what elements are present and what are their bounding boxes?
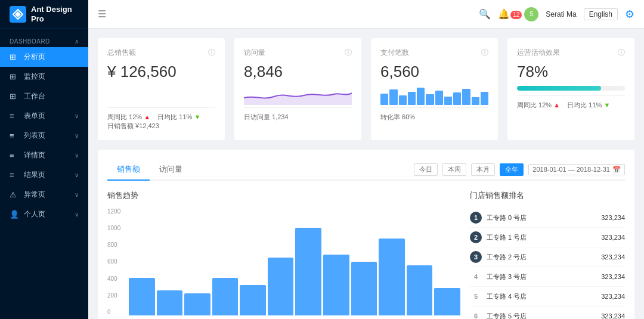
rank-value-6: 323,234 [601, 312, 625, 319]
profile-label: 个人页 [24, 209, 75, 219]
user-name[interactable]: Serati Ma [546, 10, 576, 18]
total-sales-sparkline [107, 86, 215, 105]
rank-name-5: 工专路 4 号店 [487, 292, 601, 301]
y-axis: 1200 1000 800 600 400 200 0 [107, 208, 120, 315]
activity-footer: 周同比 12% ▲ 日均比 11% ▼ [517, 95, 625, 110]
rank-value-2: 323,234 [601, 234, 625, 241]
rank-num-3: 3 [470, 251, 482, 263]
bar-10月 [379, 239, 405, 315]
header: ☰ 🔍 🔔 12 S Serati Ma English ⚙ [88, 0, 644, 29]
bar-12月 [434, 288, 460, 316]
ranking-item-5: 5工专路 4 号店323,234 [470, 287, 625, 306]
forms-label: 表单页 [24, 111, 75, 121]
sidebar-item-monitor[interactable]: ⊞ 监控页 [0, 67, 88, 86]
logo-icon [10, 6, 26, 23]
group-label: Dashboard [10, 38, 50, 45]
lists-label: 列表页 [24, 131, 75, 141]
profile-icon: 👤 [10, 210, 19, 219]
bar-5月 [240, 285, 266, 315]
date-btn-month[interactable]: 本月 [471, 163, 495, 176]
lists-arrow: ∨ [75, 132, 79, 139]
rank-value-1: 323,234 [601, 214, 625, 221]
stat-card-payments: 支付笔数 ⓘ 6,560 [371, 38, 498, 140]
group-arrow: ∧ [75, 38, 79, 45]
bar-7月 [295, 228, 321, 315]
visits-value: 8,846 [244, 63, 352, 81]
forms-icon: ≡ [10, 112, 19, 120]
panel-content: 销售趋势 1200 1000 800 600 400 200 0 [107, 190, 625, 319]
ranking-item-3: 3工专路 2 号店323,234 [470, 247, 625, 267]
rank-name-1: 工专路 0 号店 [487, 213, 601, 222]
menu-toggle-icon[interactable]: ☰ [98, 8, 106, 20]
payments-footer: 转化率 60% [380, 107, 488, 122]
trend-down-icon: ▼ [194, 113, 200, 120]
bar-chart-area [129, 208, 460, 315]
lists-icon: ≡ [10, 131, 19, 140]
sidebar-item-forms[interactable]: ≡ 表单页 ∨ [0, 106, 88, 126]
sidebar-item-detail[interactable]: ≡ 详情页 ∨ [0, 145, 88, 165]
notification-count: 12 [510, 11, 522, 19]
workspace-icon: ⊞ [10, 92, 19, 101]
tab-sales[interactable]: 销售额 [107, 159, 150, 181]
rank-value-4: 323,234 [601, 273, 625, 280]
monitor-icon: ⊞ [10, 72, 19, 81]
stat-card-total-sales: 总销售额 ⓘ ¥ 126,560 周同比 12% ▲ 日均比 11% ▼ 日销售… [98, 38, 225, 140]
total-sales-title: 总销售额 ⓘ [107, 48, 215, 58]
sidebar-group-dashboard: Dashboard ∧ [0, 33, 88, 47]
total-sales-info-icon[interactable]: ⓘ [208, 48, 215, 58]
sidebar-item-lists[interactable]: ≡ 列表页 ∨ [0, 126, 88, 145]
bar-9月 [351, 262, 377, 315]
sidebar-item-workspace[interactable]: ⊞ 工作台 [0, 86, 88, 106]
main-area: ☰ 🔍 🔔 12 S Serati Ma English ⚙ 总销售额 ⓘ ¥ … [88, 0, 644, 319]
activity-title: 运营活动效果 ⓘ [517, 48, 625, 58]
rank-num-5: 5 [470, 290, 482, 302]
search-icon[interactable]: 🔍 [479, 8, 491, 20]
total-sales-footer: 周同比 12% ▲ 日均比 11% ▼ 日销售额 ¥12,423 [107, 107, 215, 131]
sidebar-item-analytics[interactable]: ⊞ 分析页 [0, 47, 88, 67]
settings-icon[interactable]: ⚙ [625, 8, 634, 21]
results-arrow: ∨ [75, 172, 79, 178]
payments-title: 支付笔数 ⓘ [380, 48, 488, 58]
tab-visits[interactable]: 访问量 [150, 159, 192, 181]
detail-label: 详情页 [24, 150, 75, 160]
ranking-item-2: 2工专路 1 号店323,234 [470, 228, 625, 247]
analytics-icon: ⊞ [10, 52, 19, 61]
bar-6月 [268, 258, 294, 316]
header-right: 🔍 🔔 12 S Serati Ma English ⚙ [479, 7, 634, 21]
sidebar-item-errors[interactable]: ⚠ 异常页 ∨ [0, 185, 88, 205]
stat-card-activity: 运营活动效果 ⓘ 78% 周同比 12% ▲ 日均比 11% ▼ [507, 38, 634, 140]
rank-num-4: 4 [470, 271, 482, 283]
bar-8月 [323, 255, 349, 315]
date-btn-week[interactable]: 本周 [442, 163, 466, 176]
language-button[interactable]: English [584, 8, 618, 20]
activity-info-icon[interactable]: ⓘ [618, 48, 625, 58]
bar-chart-container: 1200 1000 800 600 400 200 0 1月2月3月4月5月6月… [107, 208, 460, 319]
visits-info-icon[interactable]: ⓘ [345, 48, 352, 58]
visits-sparkline [244, 86, 352, 105]
payments-info-icon[interactable]: ⓘ [481, 48, 488, 58]
ranking-title: 门店销售额排名 [470, 190, 625, 201]
forms-arrow: ∨ [75, 113, 79, 119]
rank-value-3: 323,234 [601, 253, 625, 261]
trend-up-icon: ▲ [144, 113, 150, 120]
errors-icon: ⚠ [10, 190, 19, 199]
main-chart-panel: 销售额 访问量 今日 本周 本月 全年 2018-01-01 — 2018-12… [98, 150, 634, 319]
detail-arrow: ∨ [75, 152, 79, 159]
sidebar-item-profile[interactable]: 👤 个人页 ∨ [0, 205, 88, 224]
bar-1月 [129, 278, 155, 315]
chart-title: 销售趋势 [107, 190, 460, 201]
rank-num-6: 6 [470, 310, 482, 319]
date-range-picker[interactable]: 2018-01-01 — 2018-12-31 📅 [528, 164, 625, 175]
visits-footer: 日访问量 1,234 [244, 107, 352, 122]
date-btn-year[interactable]: 全年 [500, 163, 524, 176]
date-range-text: 2018-01-01 — 2018-12-31 [532, 166, 610, 173]
stat-card-visits: 访问量 ⓘ 8,846 日访问量 1,234 [234, 38, 361, 140]
analytics-label: 分析页 [24, 52, 79, 62]
date-btn-today[interactable]: 今日 [414, 163, 438, 176]
sidebar-item-results[interactable]: ≡ 结果页 ∨ [0, 165, 88, 185]
bell-icon[interactable]: 🔔 [498, 8, 510, 20]
rankings-section: 门店销售额排名 1工专路 0 号店323,2342工专路 1 号店323,234… [470, 190, 625, 319]
header-left: ☰ [98, 8, 106, 20]
rank-name-3: 工专路 2 号店 [487, 253, 601, 262]
activity-progress-fill [517, 86, 601, 91]
